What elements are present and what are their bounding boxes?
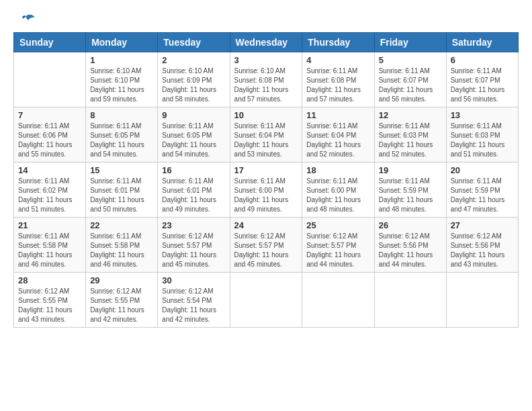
calendar-cell [230,273,302,328]
day-number: 13 [451,110,514,120]
day-info: Sunrise: 6:11 AM Sunset: 5:59 PM Dayligh… [451,177,514,214]
day-number: 20 [451,165,514,175]
column-header-wednesday: Wednesday [230,33,302,52]
calendar-cell: 7Sunrise: 6:11 AM Sunset: 6:06 PM Daylig… [14,107,86,163]
calendar-cell: 30Sunrise: 6:12 AM Sunset: 5:54 PM Dayli… [158,273,230,328]
day-info: Sunrise: 6:11 AM Sunset: 5:59 PM Dayligh… [379,177,442,214]
day-number: 22 [90,220,153,230]
calendar-cell [14,52,86,107]
day-info: Sunrise: 6:12 AM Sunset: 5:56 PM Dayligh… [451,232,514,269]
day-info: Sunrise: 6:11 AM Sunset: 6:02 PM Dayligh… [18,177,81,214]
day-info: Sunrise: 6:12 AM Sunset: 5:55 PM Dayligh… [18,287,81,324]
day-info: Sunrise: 6:11 AM Sunset: 6:03 PM Dayligh… [379,122,442,159]
calendar-cell: 28Sunrise: 6:12 AM Sunset: 5:55 PM Dayli… [14,273,86,328]
calendar-week-row: 21Sunrise: 6:11 AM Sunset: 5:58 PM Dayli… [14,218,519,273]
day-info: Sunrise: 6:11 AM Sunset: 6:05 PM Dayligh… [90,122,153,159]
day-number: 10 [234,110,298,120]
calendar-cell: 9Sunrise: 6:11 AM Sunset: 6:05 PM Daylig… [158,107,230,163]
calendar-cell: 14Sunrise: 6:11 AM Sunset: 6:02 PM Dayli… [14,163,86,218]
day-number: 11 [306,110,369,120]
column-header-thursday: Thursday [302,33,374,52]
calendar-cell: 17Sunrise: 6:11 AM Sunset: 6:00 PM Dayli… [230,163,302,218]
calendar-cell: 18Sunrise: 6:11 AM Sunset: 6:00 PM Dayli… [302,163,374,218]
calendar-cell: 29Sunrise: 6:12 AM Sunset: 5:55 PM Dayli… [86,273,158,328]
day-number: 16 [162,165,225,175]
day-number: 3 [234,55,298,65]
calendar-cell: 15Sunrise: 6:11 AM Sunset: 6:01 PM Dayli… [86,163,158,218]
day-info: Sunrise: 6:12 AM Sunset: 5:56 PM Dayligh… [379,232,442,269]
day-info: Sunrise: 6:11 AM Sunset: 6:05 PM Dayligh… [162,122,225,159]
calendar-cell: 4Sunrise: 6:11 AM Sunset: 6:08 PM Daylig… [302,52,374,107]
calendar-table: SundayMondayTuesdayWednesdayThursdayFrid… [13,32,519,328]
page-header [13,13,519,26]
day-number: 21 [18,220,81,230]
day-info: Sunrise: 6:11 AM Sunset: 6:06 PM Dayligh… [18,122,81,159]
day-number: 29 [90,275,153,285]
day-info: Sunrise: 6:11 AM Sunset: 6:07 PM Dayligh… [451,66,514,104]
calendar-cell: 2Sunrise: 6:10 AM Sunset: 6:09 PM Daylig… [158,52,230,107]
day-info: Sunrise: 6:10 AM Sunset: 6:10 PM Dayligh… [90,66,153,104]
calendar-cell: 24Sunrise: 6:12 AM Sunset: 5:57 PM Dayli… [230,218,302,273]
calendar-cell: 1Sunrise: 6:10 AM Sunset: 6:10 PM Daylig… [86,52,158,107]
logo [13,13,36,26]
day-info: Sunrise: 6:12 AM Sunset: 5:57 PM Dayligh… [234,232,298,269]
column-header-sunday: Sunday [14,33,86,52]
day-number: 25 [306,220,369,230]
day-number: 1 [90,55,153,65]
calendar-header-row: SundayMondayTuesdayWednesdayThursdayFrid… [14,33,519,52]
day-info: Sunrise: 6:12 AM Sunset: 5:55 PM Dayligh… [90,287,153,324]
day-number: 15 [90,165,153,175]
calendar-cell [446,273,518,328]
day-number: 8 [90,110,153,120]
column-header-friday: Friday [374,33,446,52]
calendar-cell: 6Sunrise: 6:11 AM Sunset: 6:07 PM Daylig… [446,52,518,107]
calendar-cell: 16Sunrise: 6:11 AM Sunset: 6:01 PM Dayli… [158,163,230,218]
calendar-cell: 23Sunrise: 6:12 AM Sunset: 5:57 PM Dayli… [158,218,230,273]
calendar-cell: 8Sunrise: 6:11 AM Sunset: 6:05 PM Daylig… [86,107,158,163]
day-info: Sunrise: 6:11 AM Sunset: 6:03 PM Dayligh… [451,122,514,159]
day-info: Sunrise: 6:11 AM Sunset: 6:08 PM Dayligh… [306,66,369,104]
calendar-cell: 21Sunrise: 6:11 AM Sunset: 5:58 PM Dayli… [14,218,86,273]
day-number: 28 [18,275,81,285]
calendar-cell: 20Sunrise: 6:11 AM Sunset: 5:59 PM Dayli… [446,163,518,218]
calendar-week-row: 28Sunrise: 6:12 AM Sunset: 5:55 PM Dayli… [14,273,519,328]
calendar-cell: 11Sunrise: 6:11 AM Sunset: 6:04 PM Dayli… [302,107,374,163]
logo-bird-icon [16,13,36,28]
day-info: Sunrise: 6:11 AM Sunset: 6:01 PM Dayligh… [162,177,225,214]
day-number: 24 [234,220,298,230]
calendar-cell: 22Sunrise: 6:11 AM Sunset: 5:58 PM Dayli… [86,218,158,273]
calendar-cell: 25Sunrise: 6:12 AM Sunset: 5:57 PM Dayli… [302,218,374,273]
day-number: 26 [379,220,442,230]
day-number: 7 [18,110,81,120]
day-info: Sunrise: 6:12 AM Sunset: 5:54 PM Dayligh… [162,287,225,324]
calendar-cell: 12Sunrise: 6:11 AM Sunset: 6:03 PM Dayli… [374,107,446,163]
day-info: Sunrise: 6:11 AM Sunset: 6:04 PM Dayligh… [306,122,369,159]
calendar-cell: 27Sunrise: 6:12 AM Sunset: 5:56 PM Dayli… [446,218,518,273]
day-number: 9 [162,110,225,120]
calendar-week-row: 7Sunrise: 6:11 AM Sunset: 6:06 PM Daylig… [14,107,519,163]
day-number: 17 [234,165,298,175]
day-number: 18 [306,165,369,175]
day-info: Sunrise: 6:11 AM Sunset: 6:00 PM Dayligh… [234,177,298,214]
day-info: Sunrise: 6:11 AM Sunset: 6:04 PM Dayligh… [234,122,298,159]
calendar-cell [374,273,446,328]
calendar-cell: 26Sunrise: 6:12 AM Sunset: 5:56 PM Dayli… [374,218,446,273]
calendar-cell [302,273,374,328]
day-info: Sunrise: 6:12 AM Sunset: 5:57 PM Dayligh… [162,232,225,269]
calendar-cell: 19Sunrise: 6:11 AM Sunset: 5:59 PM Dayli… [374,163,446,218]
day-info: Sunrise: 6:12 AM Sunset: 5:57 PM Dayligh… [306,232,369,269]
calendar-cell: 10Sunrise: 6:11 AM Sunset: 6:04 PM Dayli… [230,107,302,163]
day-info: Sunrise: 6:10 AM Sunset: 6:09 PM Dayligh… [162,66,225,104]
calendar-cell: 3Sunrise: 6:10 AM Sunset: 6:08 PM Daylig… [230,52,302,107]
calendar-cell: 5Sunrise: 6:11 AM Sunset: 6:07 PM Daylig… [374,52,446,107]
day-number: 30 [162,275,225,285]
calendar-cell: 13Sunrise: 6:11 AM Sunset: 6:03 PM Dayli… [446,107,518,163]
day-info: Sunrise: 6:11 AM Sunset: 6:07 PM Dayligh… [379,66,442,104]
day-number: 6 [451,55,514,65]
day-info: Sunrise: 6:11 AM Sunset: 6:00 PM Dayligh… [306,177,369,214]
day-number: 27 [451,220,514,230]
column-header-saturday: Saturday [446,33,518,52]
day-number: 12 [379,110,442,120]
day-number: 4 [306,55,369,65]
day-number: 14 [18,165,81,175]
